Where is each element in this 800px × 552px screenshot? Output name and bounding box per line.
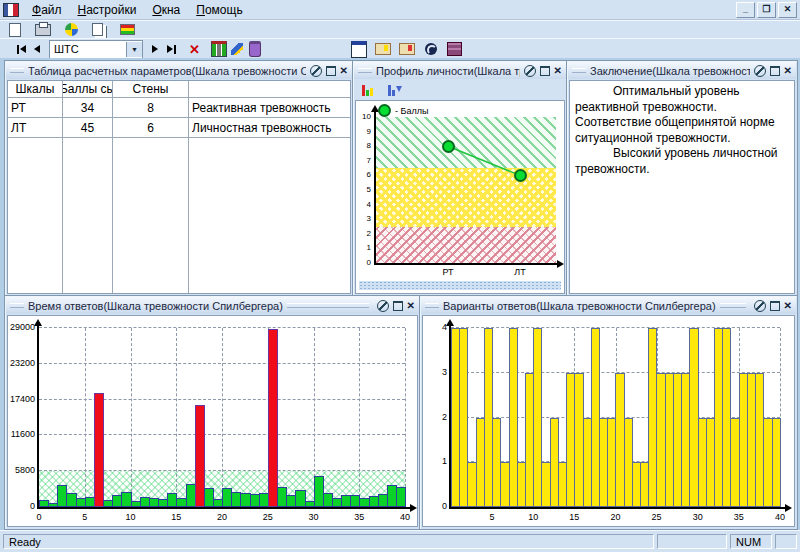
copy-button[interactable] <box>90 21 108 38</box>
window-title: Варианты ответов(Шкала тревожности Спилб… <box>443 300 716 312</box>
delete-button[interactable]: ✕ <box>189 42 200 57</box>
settings-button[interactable] <box>62 21 80 38</box>
table-cell[interactable]: Личностная тревожность <box>189 118 350 138</box>
menu-item-Настройки[interactable]: Настройки <box>70 2 145 18</box>
maximize-icon[interactable] <box>770 301 780 311</box>
table-cell[interactable]: Реактивная тревожность <box>189 98 350 118</box>
new-window-button[interactable] <box>350 41 368 58</box>
menu-item-Окна[interactable]: Окна <box>144 2 188 18</box>
titlebar-answer-variants[interactable]: Варианты ответов(Шкала тревожности Спилб… <box>421 297 796 314</box>
menu-item-Помощь[interactable]: Помощь <box>188 2 250 18</box>
bar-40 <box>396 487 406 507</box>
bars <box>39 328 405 507</box>
y-tick-label: 29000 <box>10 322 35 332</box>
close-icon[interactable]: ✕ <box>340 65 348 76</box>
titlebar-parameters-table[interactable]: Таблица расчетных параметров(Шкала трево… <box>6 62 352 79</box>
last-record-button[interactable] <box>163 41 179 57</box>
test-combobox[interactable]: ШТС ▼ <box>49 40 143 59</box>
restore-button[interactable]: ❐ <box>757 2 776 18</box>
results-table-button[interactable] <box>210 41 228 58</box>
x-tick-label: 25 <box>652 512 662 522</box>
next-record-button[interactable] <box>147 41 163 57</box>
window-title: Время ответов(Шкала тревожности Спилберг… <box>28 300 283 312</box>
chart-type-button[interactable] <box>359 81 377 98</box>
titlebar-decoration <box>10 68 24 73</box>
last-record-icon <box>174 45 176 54</box>
window-parameters-table: Таблица расчетных параметров(Шкала трево… <box>4 60 354 297</box>
x-tick-label: 35 <box>734 512 744 522</box>
maximize-icon[interactable] <box>326 66 336 76</box>
table-cell[interactable]: 34 <box>63 98 113 118</box>
combobox-dropdown-button[interactable]: ▼ <box>126 42 142 57</box>
print-icon[interactable] <box>377 300 389 312</box>
close-icon[interactable]: ✕ <box>407 300 415 311</box>
titlebar-personality-profile[interactable]: Профиль личности(Шкала тревож ✕ <box>354 62 566 79</box>
table-cell[interactable]: 8 <box>113 98 189 118</box>
profile-line <box>376 117 556 263</box>
titlebar-buttons: ✕ <box>750 300 796 312</box>
close-icon[interactable]: ✕ <box>784 300 792 311</box>
navigation-toolbar: ШТС ▼ ✕ <box>0 38 800 60</box>
print-icon[interactable] <box>754 300 766 312</box>
prev-arrow-icon <box>20 45 26 53</box>
style-button[interactable] <box>118 21 136 38</box>
profile-y-tick-label: 6 <box>367 170 371 179</box>
profile-y-tick-label: 10 <box>362 112 371 121</box>
conclusion-paragraph: Оптимальный уровень реактивной тревожнос… <box>575 84 789 146</box>
sort-button[interactable] <box>386 81 404 98</box>
open-form-button[interactable] <box>398 41 416 58</box>
window-conclusion: Заключение(Шкала тревожности Спил ✕ Опти… <box>566 60 798 297</box>
close-button[interactable]: ✕ <box>778 2 797 18</box>
window-controls: _ ❐ ✕ <box>736 2 800 18</box>
open-report-button[interactable] <box>374 41 392 58</box>
close-icon[interactable]: ✕ <box>784 65 792 76</box>
print-icon[interactable] <box>754 65 766 77</box>
window-tools-group <box>350 41 464 58</box>
edit-test-button[interactable] <box>228 41 246 58</box>
menu-bar: ФайлНастройкиОкнаПомощь _ ❐ ✕ <box>0 0 800 20</box>
titlebar-conclusion[interactable]: Заключение(Шкала тревожности Спил ✕ <box>568 62 796 79</box>
new-document-button[interactable] <box>6 21 24 38</box>
conclusion-text[interactable]: Оптимальный уровень реактивной тревожнос… <box>569 80 795 294</box>
profile-y-tick-label: 7 <box>367 156 371 165</box>
y-axis-labels: 01234 <box>423 328 449 507</box>
titlebar-decoration <box>10 303 24 308</box>
table-cell[interactable]: ЛТ <box>8 118 63 138</box>
x-tick-label: 40 <box>400 512 410 522</box>
next-arrow-icon <box>167 45 173 53</box>
table-cell[interactable]: 45 <box>63 118 113 138</box>
card-file-button[interactable] <box>446 41 464 58</box>
maximize-icon[interactable] <box>770 66 780 76</box>
print-icon[interactable] <box>310 65 322 77</box>
x-tick-label: 0 <box>36 512 41 522</box>
table-filler <box>63 138 113 293</box>
profile-y-tick-label: 9 <box>367 127 371 136</box>
window-personality-profile: Профиль личности(Шкала тревож ✕ - Баллы <box>352 60 568 297</box>
titlebar-decoration <box>358 68 372 73</box>
minimize-button[interactable]: _ <box>736 2 755 18</box>
titlebar-decoration <box>720 303 746 308</box>
table-cell[interactable]: РТ <box>8 98 63 118</box>
about-button[interactable] <box>422 41 440 58</box>
bar-26 <box>268 329 278 507</box>
menu-item-Файл[interactable]: Файл <box>24 2 70 18</box>
table-cell[interactable]: 6 <box>113 118 189 138</box>
first-record-button[interactable] <box>13 41 29 57</box>
table-filler <box>113 138 189 293</box>
answer-times-plot <box>39 328 405 507</box>
maximize-icon[interactable] <box>393 301 403 311</box>
titlebar-answer-times[interactable]: Время ответов(Шкала тревожности Спилберг… <box>6 297 419 314</box>
window-icon <box>351 41 367 58</box>
x-axis-labels: 510152025303540 <box>451 512 780 523</box>
legend-point-icon <box>378 104 391 117</box>
close-icon[interactable]: ✕ <box>554 65 562 76</box>
table-filler <box>8 138 63 293</box>
archive-button[interactable] <box>246 41 264 58</box>
y-tick-label: 2 <box>442 412 447 422</box>
maximize-icon[interactable] <box>540 66 550 76</box>
profile-x-category-label: РТ <box>442 267 453 277</box>
print-button[interactable] <box>34 21 52 38</box>
print-icon[interactable] <box>524 65 536 77</box>
x-axis-labels: 0510152025303540 <box>39 512 405 523</box>
prev-record-button[interactable] <box>29 41 45 57</box>
